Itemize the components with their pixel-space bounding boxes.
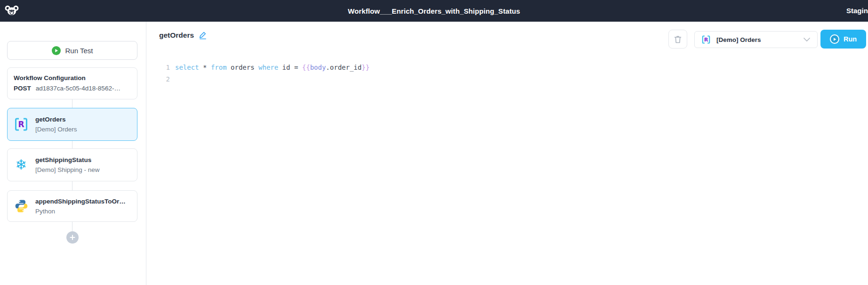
plus-icon [70,235,75,240]
run-test-label: Run Test [65,47,93,55]
resource-dropdown[interactable]: R [Demo] Orders [694,31,818,48]
snowflake-icon: ❄ [14,157,29,172]
connector-line [72,181,72,190]
code-token: {{ [302,64,310,71]
play-icon [52,46,61,55]
step-name: getOrders [35,114,77,124]
chevron-down-icon [803,37,811,42]
workflow-configuration-card[interactable]: Workflow Configuration POST ad1837ca-5c0… [7,67,137,99]
connector-line [72,99,72,108]
retool-resource-icon: R [14,117,29,132]
http-method-label: POST [14,83,31,94]
step-card-appendshippingstatus[interactable]: appendShippingStatusToOr… Python [7,190,137,222]
config-card-title: Workflow Configuration [14,73,131,83]
delete-block-button[interactable] [668,30,687,49]
step-name: getShippingStatus [35,155,100,165]
environment-selector[interactable]: Staging [846,0,868,22]
step-resource: Python [35,206,126,216]
code-text: select * from orders where id = {{body.o… [175,62,370,73]
run-test-button[interactable]: Run Test [7,41,137,60]
resource-dropdown-value: [Demo] Orders [716,36,797,43]
step-card-getshippingstatus[interactable]: ❄ getShippingStatus [Demo] Shipping - ne… [7,148,137,181]
code-token: select [175,64,199,71]
workflow-title: Workflow___Enrich_Orders_with_Shipping_S… [0,7,868,15]
connector-line [72,141,72,148]
python-icon [14,199,29,214]
step-resource: [Demo] Shipping - new [35,165,100,175]
code-token: orders [227,64,258,71]
code-token: from [211,64,227,71]
top-bar: Workflow___Enrich_Orders_with_Shipping_S… [0,0,868,22]
play-icon [830,34,839,44]
code-token: }} [362,64,370,71]
line-number: 1 [147,62,175,73]
edit-name-button[interactable] [198,31,208,40]
step-resource: [Demo] Orders [35,124,77,134]
trash-icon [674,35,682,44]
code-token: where [258,64,278,71]
add-block-button[interactable] [66,231,79,244]
code-token: body [310,64,326,71]
sql-code-editor[interactable]: 1select * from orders where id = {{body.… [147,62,868,85]
code-token: id = [278,64,302,71]
svg-text:R: R [704,37,708,43]
retool-resource-icon: R [701,35,711,44]
code-token: .order_id [326,64,362,71]
svg-text:R: R [18,120,24,129]
run-block-button[interactable]: Run [820,30,866,49]
code-line: 1select * from orders where id = {{body.… [147,62,868,73]
code-line: 2 [147,73,868,85]
line-number: 2 [147,73,175,85]
pencil-icon [198,31,208,40]
workflow-sidebar: Run Test Workflow Configuration POST ad1… [0,22,146,285]
step-name: appendShippingStatusToOr… [35,196,126,206]
code-token: * [199,64,211,71]
connector-line [72,222,72,231]
run-label: Run [844,35,857,43]
block-title: getOrders [159,31,194,40]
code-lines: 1select * from orders where id = {{body.… [147,62,868,85]
endpoint-id: ad1837ca-5c05-4d18-8562-… [36,83,121,94]
step-card-getorders[interactable]: R getOrders [Demo] Orders [7,108,137,141]
block-editor-panel: getOrders R [Demo] Orders Run 1select [147,22,868,285]
